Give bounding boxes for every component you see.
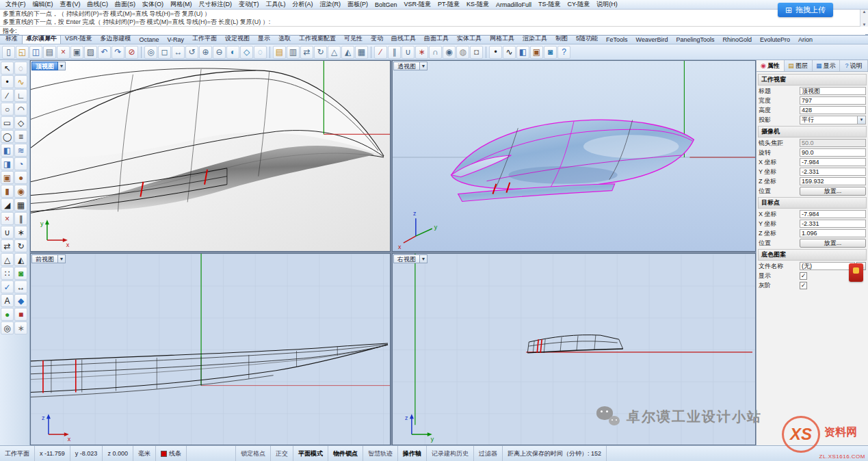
chevron-down-icon[interactable]: ▼ xyxy=(420,254,428,263)
checkbox[interactable]: ✓ xyxy=(800,282,807,289)
status-toggle[interactable]: 记录建构历史 xyxy=(427,446,474,461)
viewport-front[interactable]: z x 前视图 ▼ xyxy=(30,253,391,445)
redo-icon[interactable]: ↷ xyxy=(111,46,124,59)
sphere-icon[interactable]: ● xyxy=(14,171,27,184)
mirror-tool-icon[interactable]: ◭ xyxy=(14,253,27,266)
zoom-extents-icon[interactable]: ◎ xyxy=(144,46,157,59)
fillet-icon[interactable]: ∩ xyxy=(429,46,442,59)
menu-item[interactable]: 查看(V) xyxy=(57,0,84,10)
move-icon[interactable]: ⇄ xyxy=(300,46,313,59)
paint-bucket-icon[interactable]: ◙ xyxy=(14,267,27,280)
menu-item[interactable]: 面板(P) xyxy=(344,0,371,10)
explode-tool-icon[interactable]: ∗ xyxy=(14,226,27,239)
join-tool-icon[interactable]: ∪ xyxy=(1,226,14,239)
polyline-icon[interactable]: ∟ xyxy=(14,89,27,102)
command-scrollbar[interactable]: ▲▼ xyxy=(860,10,868,27)
upload-button[interactable]: ⊞ 拖拽上传 xyxy=(778,3,833,17)
gem-tool-icon[interactable]: ◆ xyxy=(14,294,27,307)
status-toggle[interactable]: 平面模式 xyxy=(293,446,328,461)
property-value-input[interactable] xyxy=(800,106,866,114)
cut-icon[interactable]: × xyxy=(57,46,70,59)
point-icon[interactable]: • xyxy=(489,46,502,59)
hide-icon[interactable]: ◍ xyxy=(456,46,469,59)
ribbon-tab[interactable]: RhinoGold xyxy=(719,35,757,44)
rotate-view-icon[interactable]: ↺ xyxy=(185,46,198,59)
property-value-input[interactable] xyxy=(800,229,866,237)
viewport-title-front[interactable]: 前视图 ▼ xyxy=(31,254,66,263)
paste-icon[interactable]: ▨ xyxy=(84,46,97,59)
split-icon[interactable]: ∥ xyxy=(388,46,401,59)
menu-item[interactable]: 分析(A) xyxy=(289,0,317,10)
object-properties-icon[interactable]: ▥ xyxy=(287,46,300,59)
ghosted-view-icon[interactable]: ◌ xyxy=(254,46,267,59)
chevron-down-icon[interactable]: ▼ xyxy=(420,62,428,70)
pan-view-icon[interactable]: ↔ xyxy=(172,46,185,59)
analyze-icon[interactable]: ✓ xyxy=(1,280,14,293)
circle-icon[interactable]: ○ xyxy=(1,103,14,116)
scale-icon[interactable]: △ xyxy=(328,46,341,59)
viewport-title-top[interactable]: 顶视图 ▼ xyxy=(31,62,66,70)
viewport-title-label[interactable]: 前视图 xyxy=(31,254,58,263)
viewport-title-label[interactable]: 右视图 xyxy=(393,254,420,263)
menu-item[interactable]: PT-随意 xyxy=(434,0,463,10)
zoom-in-icon[interactable]: ⊕ xyxy=(199,46,212,59)
polygon-icon[interactable]: ◇ xyxy=(14,116,27,129)
mirror-icon[interactable]: ◭ xyxy=(341,46,354,59)
green-sphere-icon[interactable]: ● xyxy=(1,308,14,321)
chevron-down-icon[interactable]: ▼ xyxy=(58,62,66,70)
layers-icon[interactable]: ▤ xyxy=(273,46,286,59)
surface-icon[interactable]: ◧ xyxy=(516,46,529,59)
print-icon[interactable]: ▤ xyxy=(43,46,56,59)
viewport-perspective[interactable]: z y x 透视图 ▼ xyxy=(392,60,756,252)
new-file-icon[interactable]: ▯ xyxy=(2,46,15,59)
text-tool-icon[interactable]: A xyxy=(1,294,14,307)
viewport-title-perspective[interactable]: 透视图 ▼ xyxy=(393,62,428,70)
property-value-input[interactable] xyxy=(800,168,866,176)
status-toggle[interactable]: 锁定格点 xyxy=(236,446,271,461)
fillet-edge-icon[interactable]: ◢ xyxy=(1,198,14,211)
status-toggle[interactable]: 物件锁点 xyxy=(328,446,363,461)
copy-icon[interactable]: ▣ xyxy=(70,46,83,59)
red-square-icon[interactable]: ■ xyxy=(14,308,27,321)
ribbon-tab[interactable]: EvolutePro xyxy=(756,35,794,44)
menu-item[interactable]: BoltGen xyxy=(371,1,401,9)
menu-item[interactable]: 渲染(R) xyxy=(317,0,345,10)
menu-item[interactable]: 曲线(C) xyxy=(84,0,112,10)
delete-icon[interactable]: ⊘ xyxy=(125,46,138,59)
command-input[interactable] xyxy=(19,27,865,35)
scale-tool-icon[interactable]: △ xyxy=(1,253,14,266)
current-layer[interactable]: 线条 xyxy=(156,446,187,461)
array-icon[interactable]: ▦ xyxy=(355,46,368,59)
group-icon[interactable]: ◉ xyxy=(443,46,456,59)
revolve-icon[interactable]: ◔ xyxy=(14,157,27,170)
measure-icon[interactable]: ↔ xyxy=(14,280,27,293)
cage-edit-icon[interactable]: ▦ xyxy=(14,198,27,211)
ellipse-icon[interactable]: ◯ xyxy=(1,130,14,143)
viewport-title-label[interactable]: 透视图 xyxy=(393,62,420,70)
menu-item[interactable]: 实体(O) xyxy=(139,0,167,10)
status-toggle[interactable]: 过滤器 xyxy=(474,446,503,461)
ribbon-tab[interactable]: Octane xyxy=(135,35,163,44)
join-icon[interactable]: ∪ xyxy=(402,46,415,59)
property-value-input[interactable] xyxy=(800,87,866,95)
ribbon-tab[interactable]: WeaverBird xyxy=(632,35,672,44)
lock-icon[interactable]: ◘ xyxy=(470,46,483,59)
checkbox[interactable]: ✓ xyxy=(800,272,807,280)
open-file-icon[interactable]: ◱ xyxy=(16,46,29,59)
status-toggle[interactable]: 正交 xyxy=(271,446,293,461)
surface-tool-icon[interactable]: ◧ xyxy=(1,144,14,157)
settings-icon[interactable]: ∗ xyxy=(14,321,27,334)
wireframe-view-icon[interactable]: ◇ xyxy=(240,46,253,59)
zoom-tool-icon[interactable]: ◎ xyxy=(1,321,14,334)
boolean-icon[interactable]: ◉ xyxy=(14,185,27,198)
viewport-perspective-canvas[interactable]: z y x xyxy=(393,61,755,251)
place-button[interactable]: 放置... xyxy=(800,239,866,248)
viewport-title-label[interactable]: 顶视图 xyxy=(31,62,58,70)
panel-tab[interactable]: ▤图层 xyxy=(785,60,813,71)
split-tool-icon[interactable]: ∥ xyxy=(14,212,27,225)
viewport-right-canvas[interactable]: z y xyxy=(393,254,755,445)
cylinder-icon[interactable]: ▮ xyxy=(1,185,14,198)
property-value-input[interactable] xyxy=(800,210,866,218)
lasso-select-icon[interactable]: ◌ xyxy=(14,62,27,75)
zoom-out-icon[interactable]: ⊖ xyxy=(213,46,226,59)
